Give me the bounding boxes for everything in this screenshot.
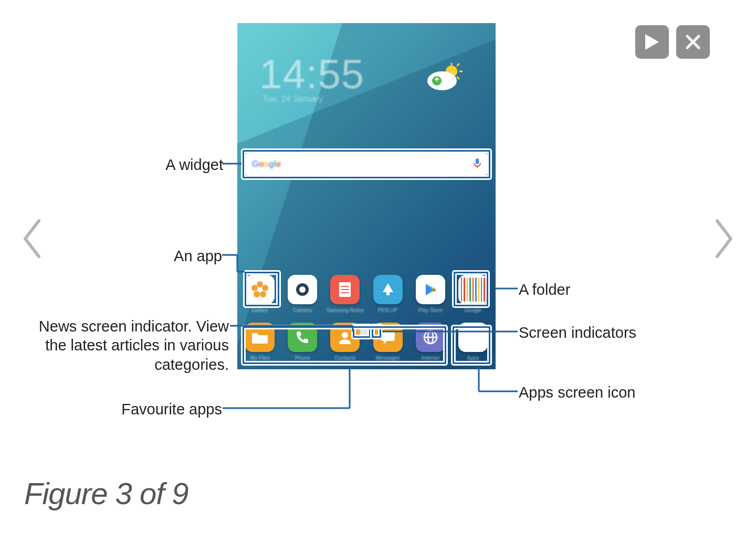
dock-messages[interactable]: Messages [373, 323, 403, 361]
callout-label-widget: A widget [150, 155, 223, 174]
play-store-icon [423, 282, 438, 297]
app-notes[interactable]: Samsung Notes [330, 275, 360, 313]
svg-rect-11 [436, 77, 437, 81]
figure-caption: Figure 3 of 9 [24, 476, 188, 511]
weather-widget [425, 63, 463, 94]
favourites-dock: My Files Phone Contacts Messages Interne… [245, 323, 488, 361]
app-label: Gallery [251, 307, 268, 313]
search-widget[interactable]: Google [246, 153, 487, 175]
svg-point-8 [427, 71, 457, 90]
callout-label-news-indicator: News screen indicator. View the latest a… [29, 317, 229, 374]
app-label: Google [465, 307, 481, 313]
globe-icon [422, 329, 439, 346]
svg-marker-0 [645, 34, 659, 50]
dock-internet[interactable]: Internet [415, 323, 446, 361]
callout-label-app: An app [159, 247, 222, 265]
svg-point-19 [258, 287, 262, 292]
mic-icon[interactable] [474, 158, 481, 170]
close-icon [686, 35, 700, 49]
app-camera[interactable]: Camera [287, 275, 318, 313]
app-label: PEN.UP [378, 307, 397, 313]
app-gallery[interactable]: Gallery [245, 275, 275, 313]
apps-screen-button[interactable]: Apps [458, 323, 488, 361]
svg-point-16 [260, 291, 266, 297]
callout-label-apps-screen-icon: Apps screen icon [519, 383, 635, 402]
dock-label: Messages [376, 355, 400, 361]
app-row: Gallery Camera Samsung Notes PEN.UP Play… [245, 275, 488, 313]
folder-icon [251, 330, 269, 345]
tablet-home-screen: 14:55 Tue, 24 January Google Gallery [237, 23, 496, 369]
svg-rect-12 [476, 158, 479, 164]
svg-marker-34 [384, 340, 388, 344]
dock-my-files[interactable]: My Files [245, 323, 275, 361]
app-penup[interactable]: PEN.UP [373, 275, 403, 313]
next-button[interactable] [706, 210, 743, 268]
app-play-store[interactable]: Play Store [415, 275, 446, 313]
svg-marker-29 [426, 284, 432, 295]
dock-phone[interactable]: Phone [287, 323, 318, 361]
clock-time: 14:55 [259, 50, 364, 98]
penup-icon [380, 282, 396, 297]
dock-contacts[interactable]: Contacts [330, 323, 360, 361]
callout-label-screen-indicators: Screen indicators [519, 323, 636, 342]
google-logo: Google [252, 159, 281, 169]
contacts-icon [337, 329, 353, 345]
folder-icon [458, 275, 488, 304]
messages-icon [380, 329, 396, 345]
svg-line-7 [457, 77, 459, 79]
chevron-right-icon [713, 218, 736, 260]
svg-point-15 [262, 285, 268, 291]
apps-grid-icon [458, 323, 488, 352]
close-button[interactable] [676, 25, 710, 59]
svg-point-32 [342, 332, 348, 338]
svg-point-17 [254, 291, 260, 297]
app-folder-google[interactable]: Google [458, 275, 488, 313]
dock-label: Phone [295, 355, 310, 361]
svg-point-18 [251, 285, 258, 291]
weather-icon [425, 63, 463, 92]
flower-icon [251, 281, 269, 298]
chevron-left-icon [20, 218, 43, 260]
svg-line-6 [457, 64, 459, 66]
app-label: Play Store [418, 307, 443, 313]
svg-point-21 [299, 286, 306, 293]
viewer-controls [635, 25, 710, 59]
svg-rect-27 [386, 292, 390, 295]
dock-label: My Files [250, 355, 269, 361]
callout-label-folder: A folder [519, 280, 570, 299]
app-label: Camera [293, 307, 312, 313]
notes-icon [337, 280, 353, 299]
svg-marker-26 [383, 283, 393, 292]
dock-label: Internet [422, 355, 439, 361]
svg-rect-33 [381, 332, 395, 341]
clock-date: Tue, 24 January [262, 94, 323, 104]
play-icon [645, 34, 659, 50]
phone-icon [295, 329, 310, 345]
dock-label: Apps [467, 355, 479, 361]
play-button[interactable] [635, 25, 669, 59]
camera-icon [293, 281, 311, 298]
svg-point-14 [257, 281, 263, 287]
callout-label-favourite-apps: Favourite apps [107, 400, 222, 419]
prev-button[interactable] [13, 210, 50, 268]
dock-label: Contacts [335, 355, 355, 361]
app-label: Samsung Notes [327, 307, 364, 313]
